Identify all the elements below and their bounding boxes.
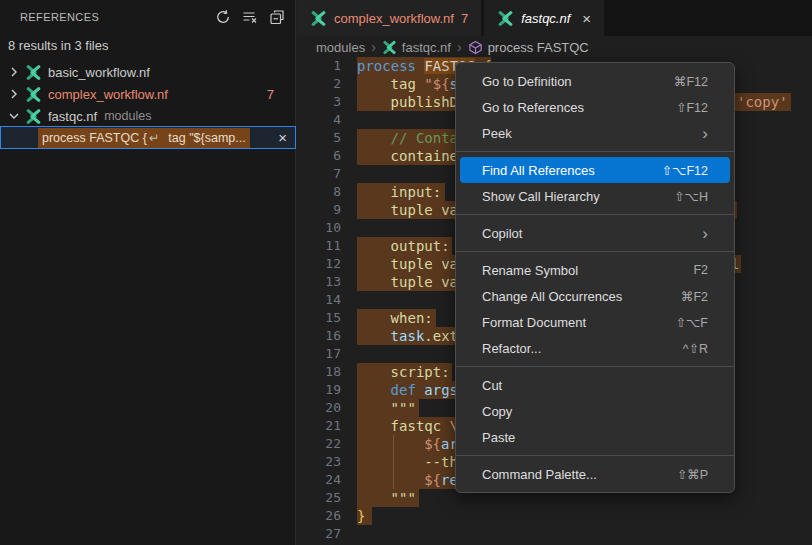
code-text-fragment: 'copy' [737,93,788,111]
code-line[interactable]: 27 [297,525,812,543]
tab-label: complex_workflow.nf [334,11,454,26]
match-preview: process FASTQC {↵ tag "${samp... [38,128,250,148]
menu-item-copy[interactable]: Copy [460,398,730,424]
menu-item-shortcut: ⇧⌥F12 [662,163,708,178]
menu-item-shortcut: ⇧⌥F [675,315,708,330]
line-number[interactable]: 17 [297,345,341,363]
menu-item-shortcut: ⇧⌘P [677,467,708,482]
menu-item-shortcut: F2 [693,263,708,277]
menu-item-refactor[interactable]: Refactor...^⇧R [460,335,730,361]
menu-item-go-to-references[interactable]: Go to References⇧F12 [460,94,730,120]
indent-guide [393,435,394,453]
file-label: complex_workflow.nf [48,87,168,102]
line-number[interactable]: 10 [297,219,341,237]
line-number[interactable]: 11 [297,237,341,255]
menu-item-label: Command Palette... [482,467,677,482]
line-number[interactable]: 12 [297,255,341,273]
menu-item-shortcut: ⇧F12 [676,100,708,115]
results-tree: basic_workflow.nf complex_workflow.nf 7 [0,61,296,127]
nextflow-file-icon [25,86,42,103]
line-number[interactable]: 13 [297,273,341,291]
menu-item-paste[interactable]: Paste [460,424,730,450]
tree-item-complex-workflow[interactable]: complex_workflow.nf 7 [0,83,296,105]
line-number[interactable]: 6 [297,147,341,165]
line-number[interactable]: 14 [297,291,341,309]
line-number[interactable]: 26 [297,507,341,525]
menu-separator [456,251,734,252]
code-line[interactable]: 26} [297,507,812,525]
menu-item-command-palette[interactable]: Command Palette...⇧⌘P [460,461,730,487]
line-number[interactable]: 3 [297,93,341,111]
results-summary: 8 results in 3 files [8,38,108,53]
line-number[interactable]: 16 [297,327,341,345]
nextflow-file-icon [310,10,327,27]
tab-fastqc[interactable]: fastqc.nf × [484,0,604,36]
line-number[interactable]: 5 [297,129,341,147]
chevron-right-icon[interactable] [6,86,22,102]
menu-item-show-call-hierarchy[interactable]: Show Call Hierarchy⇧⌥H [460,183,730,209]
nextflow-file-icon [25,64,42,81]
line-number[interactable]: 20 [297,399,341,417]
submenu-arrow-icon: › [702,125,708,142]
line-number[interactable]: 4 [297,111,341,129]
tree-item-basic-workflow[interactable]: basic_workflow.nf [0,61,296,83]
code-text: script: [391,363,450,381]
symbol-cube-icon [468,40,483,55]
refresh-icon[interactable] [215,9,231,25]
menu-item-cut[interactable]: Cut [460,372,730,398]
reference-count-badge: 7 [267,87,288,102]
nextflow-file-icon [25,108,42,125]
tab-label: fastqc.nf [521,11,570,26]
chevron-right-icon[interactable] [6,64,22,80]
line-number[interactable]: 25 [297,489,341,507]
menu-separator [456,366,734,367]
breadcrumb-item-modules[interactable]: modules [316,40,365,55]
line-number[interactable]: 23 [297,453,341,471]
line-number[interactable]: 22 [297,435,341,453]
menu-item-peek[interactable]: Peek› [460,120,730,146]
breadcrumb-item-symbol[interactable]: process FASTQC [488,40,589,55]
code-text: } [357,507,365,525]
submenu-arrow-icon: › [702,225,708,242]
menu-item-label: Go to References [482,100,676,115]
menu-item-change-all-occurrences[interactable]: Change All Occurrences⌘F2 [460,283,730,309]
line-number[interactable]: 2 [297,75,341,93]
indent-guide [393,471,394,489]
tab-complex-workflow[interactable]: complex_workflow.nf 7 [297,0,481,36]
line-number[interactable]: 7 [297,165,341,183]
collapse-all-icon[interactable] [269,9,285,25]
menu-item-go-to-definition[interactable]: Go to Definition⌘F12 [460,68,730,94]
line-number[interactable]: 24 [297,471,341,489]
line-number[interactable]: 9 [297,201,341,219]
references-panel: REFERENCES 8 results in 3 files [0,0,296,545]
return-symbol-icon: ↵ [147,131,161,145]
menu-separator [456,455,734,456]
code-text: """ [391,489,416,507]
menu-item-label: Change All Occurrences [482,289,681,304]
menu-item-shortcut: ⌘F2 [681,289,708,304]
line-number[interactable]: 21 [297,417,341,435]
menu-item-find-all-references[interactable]: Find All References⇧⌥F12 [460,157,730,183]
close-icon[interactable]: × [278,130,287,145]
close-icon[interactable]: × [582,11,591,26]
chevron-right-icon: › [370,39,377,55]
editor-tabbar: complex_workflow.nf 7 fastqc.nf × [297,0,812,36]
clear-references-icon[interactable] [242,9,258,25]
nextflow-file-icon [497,10,514,27]
menu-item-rename-symbol[interactable]: Rename SymbolF2 [460,257,730,283]
breadcrumb-item-file[interactable]: fastqc.nf [402,40,451,55]
line-number[interactable]: 27 [297,525,341,543]
reference-result-row[interactable]: process FASTQC {↵ tag "${samp... × [0,126,296,149]
menu-item-format-document[interactable]: Format Document⇧⌥F [460,309,730,335]
file-label: basic_workflow.nf [48,65,150,80]
line-number[interactable]: 15 [297,309,341,327]
line-number[interactable]: 1 [297,57,341,75]
chevron-down-icon[interactable] [6,108,22,124]
tree-item-fastqc[interactable]: fastqc.nf modules [0,105,296,127]
menu-item-copilot[interactable]: Copilot› [460,220,730,246]
line-number[interactable]: 8 [297,183,341,201]
menu-item-shortcut: ^⇧R [683,341,708,356]
context-menu: Go to Definition⌘F12Go to References⇧F12… [455,62,735,493]
line-number[interactable]: 18 [297,363,341,381]
line-number[interactable]: 19 [297,381,341,399]
